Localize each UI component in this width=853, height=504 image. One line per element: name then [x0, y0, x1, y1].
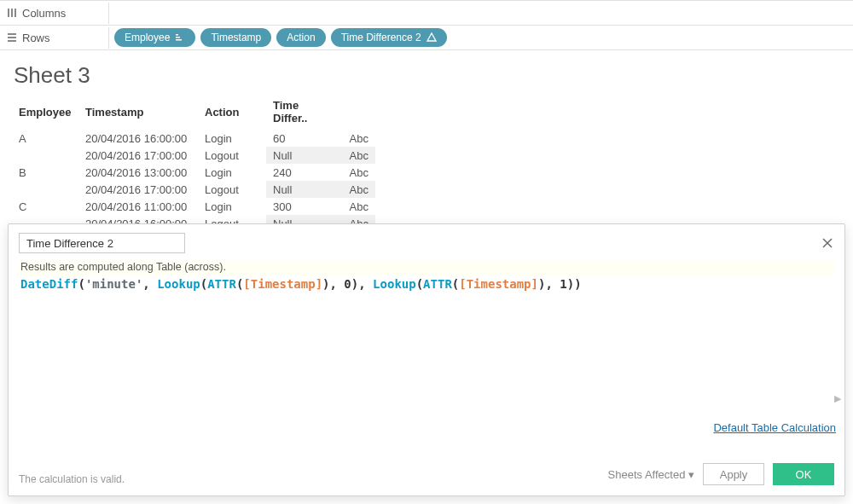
rows-text: Rows — [22, 32, 50, 44]
token-plain: ( — [200, 277, 207, 291]
calc-valid-text: The calculation is valid. — [19, 473, 125, 485]
header-action[interactable]: Action — [198, 97, 266, 130]
token-plain: , — [142, 277, 157, 291]
cell-employee — [12, 181, 78, 198]
table-row: 20/04/2016 17:00:00 Logout Null Abc — [12, 147, 375, 164]
pill-label: Time Difference 2 — [341, 32, 421, 43]
pill-employee[interactable]: Employee — [114, 28, 195, 47]
cell-action: Login — [198, 130, 266, 147]
token-field: [Timestamp] — [459, 277, 538, 291]
rows-icon — [7, 32, 17, 43]
calc-formula[interactable]: DateDiff('minute', Lookup(ATTR([Timestam… — [19, 275, 834, 293]
token-string: 'minute' — [85, 277, 142, 291]
svg-rect-0 — [8, 9, 9, 17]
token-func: DateDiff — [20, 277, 78, 291]
columns-shelf-dropzone[interactable] — [109, 10, 853, 15]
table-row: A 20/04/2016 16:00:00 Login 60 Abc — [12, 130, 375, 147]
sheets-affected-dropdown[interactable]: Sheets Affected ▾ — [608, 468, 694, 481]
cell-abc: Abc — [328, 147, 375, 164]
pill-label: Employee — [125, 32, 170, 43]
token-func: Lookup — [373, 277, 416, 291]
header-employee[interactable]: Employee — [12, 97, 78, 130]
header-timediff[interactable]: Time Differ.. — [266, 97, 328, 130]
columns-shelf[interactable]: Columns — [0, 0, 853, 25]
columns-shelf-label: Columns — [0, 3, 109, 24]
token-plain: )) — [567, 277, 582, 291]
token-plain: ), — [322, 277, 344, 291]
cell-employee: B — [12, 164, 78, 181]
calc-name-input[interactable] — [19, 233, 185, 253]
data-table: Employee Timestamp Action Time Differ.. … — [12, 97, 375, 232]
cell-abc: Abc — [328, 130, 375, 147]
cell-diff: Null — [266, 181, 328, 198]
sort-icon — [175, 32, 185, 43]
cell-abc: Abc — [328, 181, 375, 198]
pill-timestamp[interactable]: Timestamp — [200, 28, 271, 47]
sheet-title: Sheet 3 — [0, 50, 853, 97]
calc-editor-body[interactable]: Results are computed along Table (across… — [9, 260, 844, 414]
token-field: [Timestamp] — [243, 277, 322, 291]
cell-diff: 240 — [266, 164, 328, 181]
cell-employee — [12, 147, 78, 164]
pill-label: Timestamp — [211, 32, 261, 43]
pill-time-difference[interactable]: Time Difference 2 — [331, 28, 447, 47]
header-abc — [328, 97, 375, 130]
svg-rect-6 — [176, 34, 178, 36]
token-plain: ( — [416, 277, 423, 291]
cell-abc: Abc — [328, 198, 375, 215]
apply-button[interactable]: Apply — [703, 463, 764, 485]
pill-label: Action — [287, 32, 315, 43]
header-timestamp[interactable]: Timestamp — [78, 97, 198, 130]
token-func: ATTR — [207, 277, 236, 291]
svg-rect-8 — [176, 39, 182, 41]
rows-shelf-label: Rows — [0, 27, 109, 49]
cell-action: Logout — [198, 181, 266, 198]
svg-rect-3 — [8, 33, 16, 35]
table-row: B 20/04/2016 13:00:00 Login 240 Abc — [12, 164, 375, 181]
token-plain: ( — [452, 277, 459, 291]
token-plain: ), — [538, 277, 560, 291]
scroll-right-indicator[interactable]: ▶ — [834, 393, 841, 404]
pill-action[interactable]: Action — [276, 28, 325, 47]
cell-employee: C — [12, 198, 78, 215]
ok-button[interactable]: OK — [773, 463, 834, 485]
close-icon — [822, 238, 833, 248]
chevron-down-icon: ▾ — [688, 468, 694, 481]
token-plain: ( — [78, 277, 84, 291]
svg-rect-1 — [11, 9, 13, 17]
cell-timestamp: 20/04/2016 17:00:00 — [78, 147, 198, 164]
cell-timestamp: 20/04/2016 13:00:00 — [78, 164, 198, 181]
svg-rect-5 — [8, 40, 16, 42]
svg-rect-4 — [8, 37, 16, 38]
table-row: C 20/04/2016 11:00:00 Login 300 Abc — [12, 198, 375, 215]
cell-action: Logout — [198, 147, 266, 164]
cell-diff: Null — [266, 147, 328, 164]
token-func: ATTR — [423, 277, 452, 291]
sheets-affected-label: Sheets Affected — [608, 468, 686, 481]
rows-shelf-dropzone[interactable]: Employee Timestamp Action Time Differenc… — [109, 26, 853, 49]
rows-shelf[interactable]: Rows Employee Timestamp Action Time Diff… — [0, 25, 853, 49]
token-num: 0 — [344, 277, 351, 291]
cell-diff: 300 — [266, 198, 328, 215]
cell-abc: Abc — [328, 164, 375, 181]
token-func: Lookup — [157, 277, 200, 291]
cell-action: Login — [198, 164, 266, 181]
close-button[interactable] — [821, 236, 834, 250]
columns-text: Columns — [22, 7, 66, 20]
calc-compute-note: Results are computed along Table (across… — [19, 260, 834, 275]
cell-timestamp: 20/04/2016 11:00:00 — [78, 198, 198, 215]
calculation-editor-dialog: Results are computed along Table (across… — [8, 223, 845, 496]
table-row: 20/04/2016 17:00:00 Logout Null Abc — [12, 181, 375, 198]
cell-timestamp: 20/04/2016 16:00:00 — [78, 130, 198, 147]
svg-rect-2 — [15, 9, 16, 17]
cell-employee: A — [12, 130, 78, 147]
cell-diff: 60 — [266, 130, 328, 147]
cell-timestamp: 20/04/2016 17:00:00 — [78, 181, 198, 198]
svg-rect-7 — [176, 37, 180, 38]
default-table-calculation-link[interactable]: Default Table Calculation — [713, 421, 836, 434]
cell-action: Login — [198, 198, 266, 215]
token-num: 1 — [560, 277, 566, 291]
table-calc-icon — [426, 32, 437, 43]
token-plain: ), — [351, 277, 373, 291]
columns-icon — [7, 8, 17, 18]
